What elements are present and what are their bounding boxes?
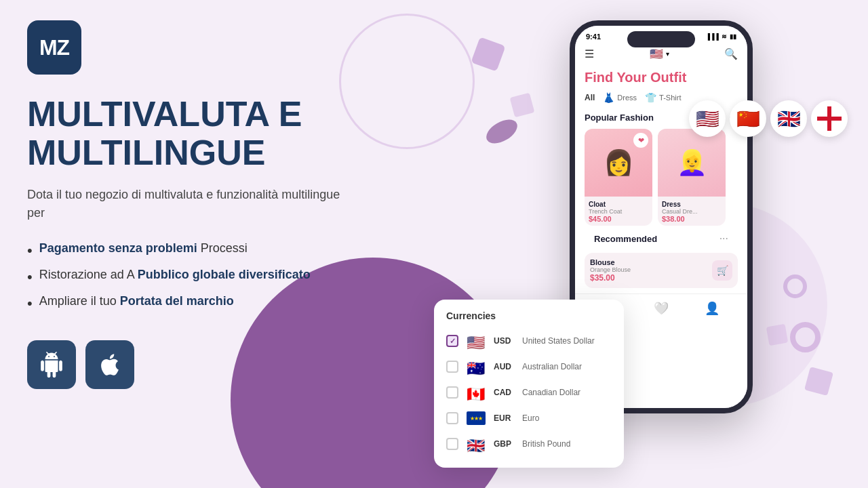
currency-checkbox-cad[interactable]	[446, 386, 458, 399]
gbp-name: British Pound	[522, 439, 570, 449]
blouse-name: Blouse	[590, 258, 631, 266]
status-icons: ▐▐▐ ≋ ▮▮	[706, 33, 736, 40]
deco-rect3	[804, 367, 833, 396]
cad-code: CAD	[494, 388, 514, 397]
england-flag-svg	[817, 106, 842, 131]
currency-checkbox-aud[interactable]	[446, 361, 458, 373]
tab-dress[interactable]: 👗 Dress	[603, 92, 637, 103]
main-title: MULTIVALUTA E MULTILINGUE	[27, 95, 448, 172]
deco-rect1	[471, 37, 505, 71]
aud-name: Australian Dollar	[522, 362, 582, 371]
wishlist-nav-icon[interactable]: 🤍	[654, 301, 669, 316]
app-title: Find Your Outfit	[585, 70, 738, 85]
recommended-section-header: Recommended ···	[585, 230, 738, 250]
us-flag: 🇺🇸	[650, 47, 663, 60]
left-content: MULTIVALUTA E MULTILINGUE Dota il tuo ne…	[27, 95, 448, 389]
product-info-2: Dress Casual Dre... $38.00	[658, 197, 726, 226]
android-icon	[39, 352, 64, 378]
feature-1: Pagamento senza problemi Processi	[27, 241, 448, 261]
currency-item-aud[interactable]: 🇦🇺 AUD Australian Dollar	[434, 354, 624, 380]
product-name-2: Dress	[662, 201, 722, 208]
logo-initials: MZ	[39, 35, 69, 60]
product-card-2[interactable]: 👱‍♀️ Dress Casual Dre... $38.00	[658, 129, 726, 226]
status-time: 9:41	[586, 33, 601, 41]
flag-selector[interactable]: 🇺🇸 ▾	[650, 47, 669, 60]
product-img-1: 👩 ❤	[585, 129, 652, 197]
svg-rect-2	[817, 117, 842, 121]
features-list: Pagamento senza problemi Processi Ristor…	[27, 241, 448, 313]
title-highlight: Outfit	[650, 70, 686, 85]
phone-notch	[627, 31, 695, 47]
tab-tshirt[interactable]: 👕 T-Shirt	[645, 92, 681, 103]
more-icon-2[interactable]: ···	[719, 232, 728, 245]
aud-flag: 🇦🇺	[467, 360, 486, 373]
popular-title: Popular Fashion	[585, 113, 654, 123]
currency-item-gbp[interactable]: 🇬🇧 GBP British Pound	[434, 431, 624, 457]
cad-flag: 🇨🇦	[467, 386, 486, 399]
gbp-flag: 🇬🇧	[467, 437, 486, 451]
currency-checkbox-eur[interactable]	[446, 412, 458, 424]
chevron-down-icon: ▾	[666, 50, 669, 58]
battery-icon: ▮▮	[730, 33, 736, 40]
android-badge[interactable]	[27, 340, 76, 389]
apple-badge[interactable]	[85, 340, 134, 389]
product-card-1[interactable]: 👩 ❤ Cloat Trench Coat $45.00	[585, 129, 652, 226]
title-normal: Find Your	[585, 70, 650, 85]
blouse-card[interactable]: Blouse Orange Blouse $35.00 🛒	[585, 253, 738, 288]
currency-item-eur[interactable]: ★★★ EUR Euro	[434, 405, 624, 431]
product-sub-1: Trench Coat	[589, 208, 648, 215]
flag-circle-gb[interactable]: 🇬🇧	[770, 100, 807, 137]
gbp-code: GBP	[494, 439, 514, 449]
eur-flag: ★★★	[467, 411, 486, 425]
flag-circle-en[interactable]	[811, 100, 848, 137]
store-badges	[27, 340, 448, 389]
usd-code: USD	[494, 336, 514, 346]
currency-item-usd[interactable]: 🇺🇸 USD United States Dollar	[434, 328, 624, 354]
profile-nav-icon[interactable]: 👤	[705, 301, 719, 316]
feature-2: Ristorazione ad A Pubblico globale diver…	[27, 268, 448, 287]
usd-flag: 🇺🇸	[467, 334, 486, 348]
heart-button-1[interactable]: ❤	[633, 133, 648, 148]
currency-item-cad[interactable]: 🇨🇦 CAD Canadian Dollar	[434, 380, 624, 405]
product-sub-2: Casual Dre...	[662, 208, 722, 215]
deco-rect4	[766, 324, 788, 346]
flag-circles: 🇺🇸 🇨🇳 🇬🇧	[689, 100, 848, 137]
subtitle: Dota il tuo negozio di multivaluta e fun…	[27, 186, 353, 222]
product-price-1: $45.00	[589, 215, 648, 223]
deco-rect2	[510, 93, 535, 118]
aud-code: AUD	[494, 362, 514, 371]
product-name-1: Cloat	[589, 201, 648, 208]
deco-ring2	[783, 274, 807, 298]
currencies-title: Currencies	[434, 310, 624, 328]
usd-name: United States Dollar	[522, 336, 595, 346]
cad-name: Canadian Dollar	[522, 388, 580, 397]
flag-circle-cn[interactable]: 🇨🇳	[730, 100, 766, 137]
signal-icon: ▐▐▐	[706, 33, 719, 40]
flag-circle-us[interactable]: 🇺🇸	[689, 100, 726, 137]
recommended-title: Recommended	[594, 234, 657, 244]
phone-bottom-section: Recommended ··· Blouse Orange Blouse $35…	[575, 226, 747, 288]
dress-icon: 👗	[603, 92, 614, 103]
blouse-info: Blouse Orange Blouse $35.00	[590, 258, 631, 283]
product-price-2: $38.00	[662, 215, 722, 223]
tshirt-icon: 👕	[645, 92, 656, 103]
hamburger-icon[interactable]: ☰	[585, 47, 594, 60]
deco-ring1	[790, 322, 821, 352]
eur-code: EUR	[494, 413, 514, 423]
add-to-cart-button[interactable]: 🛒	[712, 260, 732, 281]
currencies-dropdown: Currencies 🇺🇸 USD United States Dollar 🇦…	[434, 300, 624, 468]
products-row: 👩 ❤ Cloat Trench Coat $45.00 👱‍♀️	[575, 129, 747, 226]
feature-3: Ampliare il tuo Portata del marchio	[27, 294, 448, 314]
currency-checkbox-usd[interactable]	[446, 335, 458, 347]
phone-title-area: Find Your Outfit	[575, 64, 747, 89]
blouse-sub: Orange Blouse	[590, 266, 631, 273]
eur-name: Euro	[522, 413, 539, 423]
currency-checkbox-gbp[interactable]	[446, 438, 458, 450]
deco-oval	[482, 115, 521, 148]
search-icon[interactable]: 🔍	[724, 47, 738, 60]
logo[interactable]: MZ	[27, 20, 81, 75]
product-info-1: Cloat Trench Coat $45.00	[585, 197, 652, 226]
product-img-2: 👱‍♀️	[658, 129, 726, 197]
wifi-icon: ≋	[722, 33, 727, 40]
tab-all[interactable]: All	[585, 93, 595, 102]
